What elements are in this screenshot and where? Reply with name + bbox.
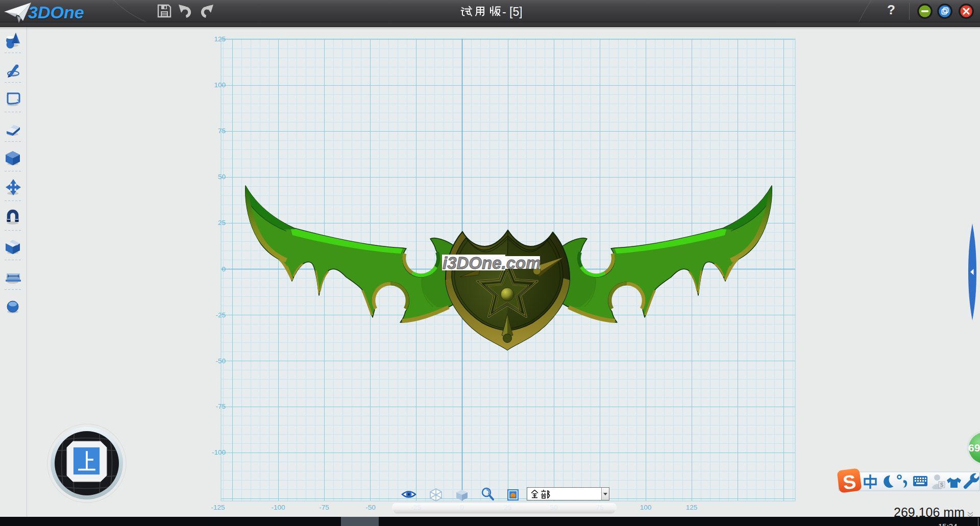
svg-text:125: 125 xyxy=(214,35,226,43)
svg-text:S: S xyxy=(842,471,857,493)
svg-text:S: S xyxy=(940,482,944,488)
svg-text:-75: -75 xyxy=(319,504,329,511)
svg-text:25: 25 xyxy=(218,219,226,227)
svg-text:0: 0 xyxy=(222,265,226,273)
svg-text:-50: -50 xyxy=(365,504,376,511)
svg-text:-100: -100 xyxy=(271,504,285,511)
svg-text:100: 100 xyxy=(640,504,652,511)
svg-text:-75: -75 xyxy=(215,403,226,410)
svg-text:69: 69 xyxy=(968,442,980,454)
svg-text:50: 50 xyxy=(218,173,226,181)
svg-text:-25: -25 xyxy=(215,311,226,319)
svg-text:-100: -100 xyxy=(212,448,226,456)
svg-text:i3DOne.com: i3DOne.com xyxy=(443,254,541,272)
svg-text:75: 75 xyxy=(218,127,226,135)
svg-text:-125: -125 xyxy=(211,504,225,511)
svg-text:125: 125 xyxy=(686,504,698,511)
svg-text:100: 100 xyxy=(214,81,226,89)
svg-text:-50: -50 xyxy=(215,357,226,365)
